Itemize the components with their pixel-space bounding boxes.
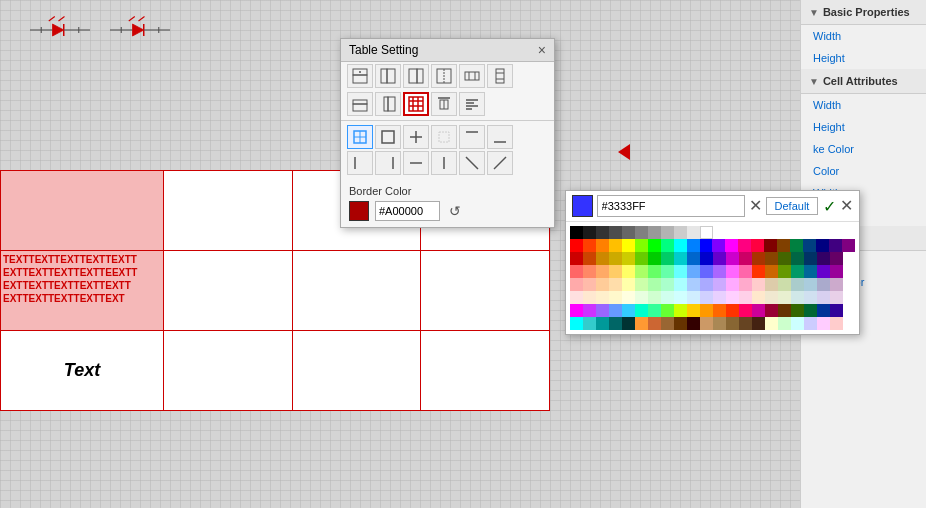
panel-item-height[interactable]: Height [801,47,926,69]
color-cell[interactable] [687,304,700,317]
color-cell[interactable] [622,252,635,265]
color-cell[interactable] [738,239,751,252]
color-cell[interactable] [791,265,804,278]
color-cell[interactable] [712,239,725,252]
color-cell[interactable] [752,304,765,317]
color-cell[interactable] [804,278,817,291]
color-cell[interactable] [648,317,661,330]
color-cell[interactable] [804,317,817,330]
color-cell[interactable] [661,304,674,317]
color-cell[interactable] [635,317,648,330]
color-cell[interactable] [648,226,661,239]
color-cell[interactable] [739,278,752,291]
toolbar-btn-table-props[interactable] [403,92,429,116]
color-cell[interactable] [635,291,648,304]
color-cell[interactable] [817,265,830,278]
color-cell[interactable] [817,278,830,291]
color-cell[interactable] [687,291,700,304]
color-cell[interactable] [765,304,778,317]
toolbar-btn-insert-col-left[interactable] [375,64,401,88]
color-cell[interactable] [817,252,830,265]
color-cell[interactable] [829,239,842,252]
color-cell[interactable] [778,317,791,330]
color-cell[interactable] [777,239,790,252]
color-cell[interactable] [661,226,674,239]
color-cell[interactable] [804,304,817,317]
color-cell[interactable] [739,291,752,304]
color-cell[interactable] [570,278,583,291]
color-cell[interactable] [816,239,829,252]
color-cell[interactable] [661,291,674,304]
color-cell[interactable] [700,317,713,330]
color-cell[interactable] [842,239,855,252]
color-cell[interactable] [791,317,804,330]
color-cell[interactable] [674,239,687,252]
color-cell[interactable] [661,278,674,291]
color-cell[interactable] [778,291,791,304]
border-btn-outer[interactable] [375,125,401,149]
color-cell[interactable] [687,317,700,330]
color-cell[interactable] [739,304,752,317]
color-cell[interactable] [804,265,817,278]
color-cell[interactable] [674,317,687,330]
current-color-swatch[interactable] [572,195,593,217]
color-cell[interactable] [778,304,791,317]
color-cell[interactable] [635,265,648,278]
color-cell[interactable] [622,317,635,330]
color-cell[interactable] [570,317,583,330]
color-cell[interactable] [713,291,726,304]
color-cell[interactable] [570,265,583,278]
color-cell[interactable] [713,317,726,330]
color-cell[interactable] [830,278,843,291]
border-btn-left[interactable] [347,151,373,175]
border-btn-inner[interactable] [403,125,429,149]
color-cell[interactable] [804,252,817,265]
panel-item-color[interactable]: Color [801,160,926,182]
color-cell[interactable] [609,226,622,239]
color-cell[interactable] [622,304,635,317]
color-cell[interactable] [635,304,648,317]
color-cell[interactable] [739,252,752,265]
color-cell[interactable] [726,252,739,265]
color-cell[interactable] [687,252,700,265]
color-cell[interactable] [764,239,777,252]
color-cell[interactable] [817,304,830,317]
color-cell[interactable] [674,226,687,239]
color-cell[interactable] [817,317,830,330]
picker-check-button[interactable]: ✓ [822,195,836,217]
color-cell[interactable] [830,265,843,278]
color-cell[interactable] [700,226,713,239]
border-btn-all[interactable] [347,125,373,149]
color-cell[interactable] [713,265,726,278]
color-cell[interactable] [583,304,596,317]
color-cell[interactable] [596,291,609,304]
color-cell[interactable] [687,226,700,239]
color-cell[interactable] [687,239,700,252]
color-cell[interactable] [609,252,622,265]
color-cell[interactable] [661,239,674,252]
color-cell[interactable] [791,278,804,291]
picker-close-button[interactable]: ✕ [840,197,853,215]
color-cell[interactable] [635,252,648,265]
color-cell[interactable] [609,291,622,304]
color-cell[interactable] [765,291,778,304]
color-cell[interactable] [700,265,713,278]
color-cell[interactable] [752,265,765,278]
color-cell[interactable] [570,252,583,265]
border-btn-diag-up[interactable] [487,151,513,175]
border-btn-diag-down[interactable] [459,151,485,175]
color-cell[interactable] [674,265,687,278]
color-cell[interactable] [830,252,843,265]
color-cell[interactable] [726,304,739,317]
color-cell[interactable] [570,239,583,252]
color-cell[interactable] [622,291,635,304]
color-cell[interactable] [609,317,622,330]
basic-properties-header[interactable]: ▼ Basic Properties [801,0,926,25]
color-cell[interactable] [648,265,661,278]
color-cell[interactable] [635,239,648,252]
color-cell[interactable] [752,278,765,291]
color-cell[interactable] [635,278,648,291]
toolbar-btn-valign-top[interactable] [431,92,457,116]
color-cell[interactable] [609,265,622,278]
color-cell[interactable] [765,252,778,265]
